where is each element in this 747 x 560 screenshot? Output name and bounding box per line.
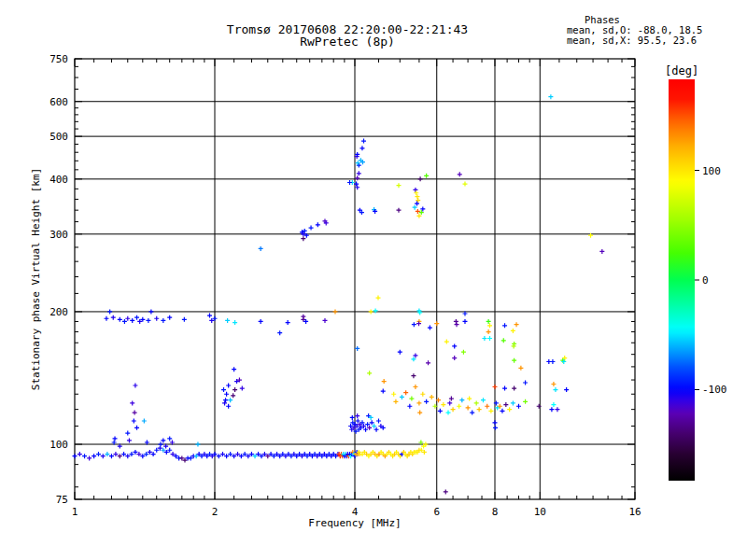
y-tick-label: 100 bbox=[49, 439, 68, 451]
data-point bbox=[486, 329, 491, 334]
data-point bbox=[376, 418, 381, 423]
data-point bbox=[400, 395, 404, 399]
colorbar-gradient bbox=[669, 79, 695, 481]
data-point bbox=[113, 452, 118, 456]
data-point bbox=[413, 385, 417, 389]
data-point bbox=[420, 392, 425, 397]
data-point bbox=[207, 314, 212, 318]
colorbar: 1000-100 bbox=[669, 79, 727, 481]
data-point bbox=[277, 330, 282, 335]
data-point bbox=[259, 319, 263, 324]
x-tick-label: 6 bbox=[433, 506, 440, 518]
data-point bbox=[550, 359, 555, 364]
data-point bbox=[374, 427, 379, 432]
data-point bbox=[454, 319, 458, 324]
data-point bbox=[482, 336, 486, 341]
x-tick-label: 8 bbox=[492, 506, 499, 518]
data-point bbox=[240, 386, 245, 391]
data-point bbox=[564, 387, 569, 392]
data-point bbox=[226, 404, 231, 409]
data-point bbox=[493, 420, 498, 425]
data-point bbox=[357, 171, 361, 175]
data-point bbox=[391, 392, 396, 397]
data-point bbox=[438, 409, 443, 413]
data-point bbox=[130, 400, 134, 405]
stats-x-mode: mean, sd,X: 95.5, 23.6 bbox=[567, 35, 697, 46]
colorbar-units-label: [deg] bbox=[665, 64, 698, 77]
data-point bbox=[231, 393, 235, 398]
data-point bbox=[461, 350, 466, 355]
data-point bbox=[441, 402, 445, 407]
data-point bbox=[225, 318, 230, 323]
data-point bbox=[417, 411, 422, 415]
data-point bbox=[161, 318, 165, 323]
data-point bbox=[92, 454, 96, 458]
data-point bbox=[357, 163, 361, 168]
data-point bbox=[111, 315, 116, 320]
data-point bbox=[134, 426, 139, 430]
data-point bbox=[146, 318, 150, 323]
data-point bbox=[411, 373, 416, 378]
data-point bbox=[222, 400, 227, 405]
data-point bbox=[148, 309, 153, 314]
y-tick-label: 750 bbox=[49, 53, 68, 65]
data-point bbox=[549, 407, 554, 412]
data-point bbox=[511, 400, 515, 405]
data-point bbox=[159, 442, 163, 447]
data-point bbox=[424, 399, 429, 404]
data-point bbox=[125, 316, 130, 321]
data-point bbox=[309, 226, 314, 231]
data-point bbox=[396, 208, 401, 213]
data-point bbox=[470, 411, 474, 415]
data-point bbox=[555, 407, 559, 412]
data-point bbox=[73, 454, 78, 458]
data-point bbox=[350, 415, 355, 420]
data-point bbox=[195, 442, 200, 447]
y-tick-label: 600 bbox=[49, 96, 68, 108]
data-point bbox=[224, 392, 229, 397]
data-point bbox=[407, 404, 412, 409]
data-point bbox=[548, 94, 553, 99]
data-point bbox=[374, 308, 378, 313]
data-point bbox=[452, 343, 457, 348]
data-point bbox=[356, 161, 360, 165]
data-point bbox=[82, 454, 87, 458]
x-tick-label: 1 bbox=[72, 506, 78, 518]
data-point bbox=[553, 387, 557, 392]
data-point bbox=[412, 322, 416, 327]
data-point bbox=[462, 182, 467, 187]
data-point bbox=[457, 404, 461, 409]
data-point bbox=[409, 397, 414, 401]
data-point bbox=[523, 399, 528, 404]
data-point bbox=[369, 309, 374, 314]
data-point bbox=[332, 309, 337, 314]
data-point bbox=[154, 316, 159, 321]
data-point bbox=[452, 356, 457, 360]
data-point bbox=[446, 411, 451, 415]
data-point bbox=[221, 387, 226, 392]
data-point bbox=[418, 176, 423, 181]
data-point bbox=[101, 454, 106, 458]
data-point bbox=[396, 183, 401, 188]
data-point bbox=[87, 455, 92, 460]
y-tick-label: 200 bbox=[49, 306, 68, 318]
data-point bbox=[161, 438, 165, 442]
data-point bbox=[507, 407, 512, 412]
data-point bbox=[134, 315, 139, 320]
data-point bbox=[361, 139, 366, 144]
data-point bbox=[512, 358, 516, 363]
data-point bbox=[514, 322, 519, 327]
data-point bbox=[516, 404, 521, 409]
data-point bbox=[228, 398, 233, 402]
data-point bbox=[301, 236, 305, 241]
data-point bbox=[130, 318, 134, 323]
data-point bbox=[447, 400, 452, 405]
data-point bbox=[359, 146, 364, 150]
data-point bbox=[444, 340, 449, 344]
data-point bbox=[493, 426, 498, 430]
data-point bbox=[503, 402, 508, 407]
data-point bbox=[355, 175, 359, 180]
colorbar-tick-label: 0 bbox=[702, 274, 709, 287]
data-point bbox=[451, 407, 456, 412]
colorbar-tick-label: -100 bbox=[702, 384, 727, 396]
